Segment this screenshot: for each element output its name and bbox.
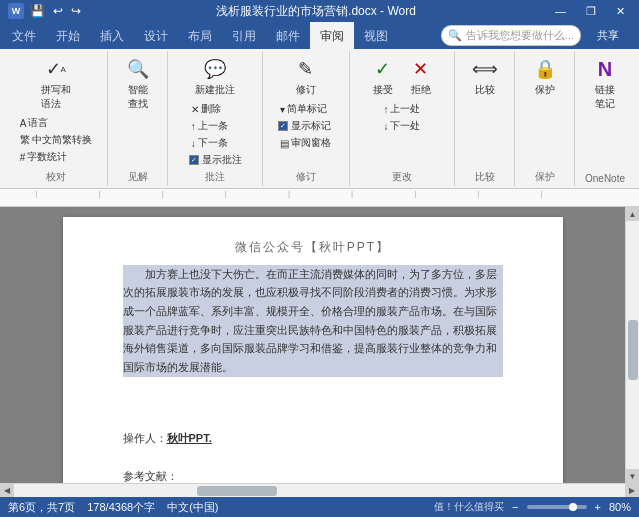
group-protect: 🔒 保护 保护 [515,51,575,186]
new-comment-button[interactable]: 💬 新建批注 [191,53,239,99]
redo-quick-btn[interactable]: ↪ [69,4,83,18]
track-changes-label: 修订 [296,83,316,97]
tracking-buttons: ✎ 修订 ▾ 简单标记 显示标记 ▤ [269,53,343,151]
proofreading-col: A 语言 繁 中文简繁转换 # 字数统计 [16,115,96,165]
tab-start[interactable]: 开始 [46,22,90,49]
share-button[interactable]: 共享 [587,26,629,45]
scroll-left-button[interactable]: ◀ [0,484,14,498]
group-proofreading-label: 校对 [46,168,66,184]
window-title: 浅析服装行业的市场营销.docx - Word [83,3,549,20]
compare-buttons: ⟺ 比较 [467,53,503,99]
show-markup-checkbox[interactable]: 显示标记 [276,118,335,134]
operator-name: 秋叶PPT. [167,432,212,444]
smart-lookup-button[interactable]: 🔍 智能查找 [120,53,156,113]
scroll-track-v[interactable] [626,221,639,469]
group-insights: 🔍 智能查找 见解 [108,51,168,186]
restore-button[interactable]: ❐ [580,5,602,18]
word-icon: W [8,3,24,19]
prev-comment-icon: ↑ [191,121,196,132]
undo-quick-btn[interactable]: ↩ [51,4,65,18]
blank-line-3 [123,453,503,463]
reject-button[interactable]: ✕ 拒绝 [403,53,439,99]
zoom-in-icon[interactable]: + [595,501,601,513]
scroll-track-h[interactable] [14,484,625,497]
zoom-out-icon[interactable]: − [512,501,518,513]
prev-comment-button[interactable]: ↑ 上一条 [187,118,244,134]
document-page: 微信公众号【秋叶PPT】 加方赛上也没下大伤亡。在而正主流消费媒体的同时，为了多… [63,217,563,483]
horizontal-scrollbar[interactable]: ◀ ▶ [0,483,639,497]
group-onenote-label: OneNote [585,171,625,184]
blank-line-2 [123,401,503,421]
minimize-button[interactable]: — [549,5,572,18]
show-comments-checkbox[interactable]: 显示批注 [187,152,244,168]
save-quick-btn[interactable]: 💾 [28,4,47,18]
group-compare: ⟺ 比较 比较 [455,51,515,186]
accept-button[interactable]: ✓ 接受 [365,53,401,99]
tracking-col: ▾ 简单标记 显示标记 ▤ 审阅窗格 [276,101,335,151]
tab-mail[interactable]: 邮件 [266,22,310,49]
compare-button[interactable]: ⟺ 比较 [467,53,503,99]
tab-insert[interactable]: 插入 [90,22,134,49]
doc-paragraph-highlighted: 加方赛上也没下大伤亡。在而正主流消费媒体的同时，为了多方位，多层次的拓展服装市场… [123,265,503,377]
tab-view[interactable]: 视图 [354,22,398,49]
next-change-icon: ↓ [383,121,388,132]
group-changes: ✓ 接受 ✕ 拒绝 ↑ 上一处 ↓ 下一处 [350,51,455,186]
tab-review[interactable]: 审阅 [310,22,354,49]
next-change-button[interactable]: ↓ 下一处 [379,118,424,134]
ruler: | | | | | | | | | [0,189,639,207]
next-comment-icon: ↓ [191,138,196,149]
tab-design[interactable]: 设计 [134,22,178,49]
scroll-right-button[interactable]: ▶ [625,484,639,498]
scroll-thumb-h[interactable] [197,486,277,496]
tell-me-search[interactable]: 🔍 告诉我您想要做什么... [441,25,581,46]
spell-grammar-button[interactable]: ✓A 拼写和语法 [37,53,75,113]
search-icon: 🔍 [448,29,462,42]
track-changes-icon: ✎ [292,55,320,83]
simple-markup-button[interactable]: ▾ 简单标记 [276,101,335,117]
onenote-icon: N [591,55,619,83]
next-comment-button[interactable]: ↓ 下一条 [187,135,244,151]
vertical-scrollbar[interactable]: ▲ ▼ [625,207,639,483]
group-protect-label: 保护 [535,168,555,184]
lang-button[interactable]: A 语言 [16,115,96,131]
prev-change-button[interactable]: ↑ 上一处 [379,101,424,117]
group-compare-label: 比较 [475,168,495,184]
close-button[interactable]: ✕ [610,5,631,18]
scroll-up-button[interactable]: ▲ [626,207,640,221]
review-pane-button[interactable]: ▤ 审阅窗格 [276,135,335,151]
ribbon-tabs: 文件 开始 插入 设计 布局 引用 邮件 审阅 视图 [0,22,398,49]
show-comments-check-icon [189,155,199,165]
onenote-buttons: N 链接笔记 [587,53,623,113]
ruler-marks: | | | | | | | | | [4,189,635,206]
tab-references[interactable]: 引用 [222,22,266,49]
prev-change-icon: ↑ [383,104,388,115]
protect-button[interactable]: 🔒 保护 [527,53,563,99]
review-pane-icon: ▤ [280,138,289,149]
word-count: 178/4368个字 [87,500,155,515]
tab-file[interactable]: 文件 [2,22,46,49]
compare-icon: ⟺ [471,55,499,83]
title-bar-left: W 💾 ↩ ↪ [8,3,83,19]
simple-markup-icon: ▾ [280,104,285,115]
cn-convert-button[interactable]: 繁 中文简繁转换 [16,132,96,148]
scroll-down-button[interactable]: ▼ [626,469,640,483]
wordcount-button[interactable]: # 字数统计 [16,149,96,165]
protect-label: 保护 [535,83,555,97]
main-area: 微信公众号【秋叶PPT】 加方赛上也没下大伤亡。在而正主流消费媒体的同时，为了多… [0,207,639,483]
tell-me-placeholder: 告诉我您想要做什么... [466,28,574,43]
group-onenote: N 链接笔记 OneNote [575,51,635,186]
operator-line: 操作人：秋叶PPT. [123,429,503,449]
watermark: 微信公众号【秋叶PPT】 [123,237,503,259]
group-insights-label: 见解 [128,168,148,184]
zoom-slider[interactable] [527,505,587,509]
reject-label: 拒绝 [411,83,431,97]
lang-icon: A [20,118,27,129]
track-changes-button[interactable]: ✎ 修订 [288,53,324,99]
accept-icon: ✓ [369,55,397,83]
comments-col: ✕ 删除 ↑ 上一条 ↓ 下一条 显示批注 [187,101,244,168]
group-comments-label: 批注 [205,168,225,184]
delete-comment-button[interactable]: ✕ 删除 [187,101,244,117]
tab-layout[interactable]: 布局 [178,22,222,49]
scroll-thumb-v[interactable] [628,320,638,380]
linked-notes-button[interactable]: N 链接笔记 [587,53,623,113]
